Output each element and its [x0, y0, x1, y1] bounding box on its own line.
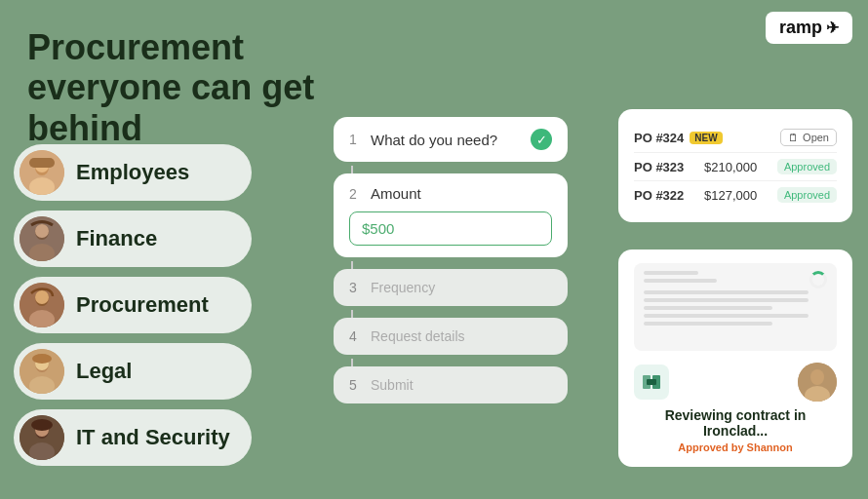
svg-point-27: [810, 369, 824, 385]
persona-procurement[interactable]: Procurement: [14, 277, 252, 333]
po-323-status: Approved: [777, 159, 837, 174]
doc-line-1: [644, 271, 698, 275]
persona-legal-label: Legal: [76, 359, 132, 384]
form-step-4: 4 Request details: [334, 318, 568, 355]
contract-approver-avatar: [798, 363, 837, 402]
persona-legal[interactable]: Legal: [14, 343, 252, 400]
po-324-status: 🗒 Open: [780, 129, 837, 146]
po-row-324[interactable]: PO #324 NEW 🗒 Open: [634, 123, 837, 153]
doc-line-4: [644, 298, 809, 302]
step-1-num: 1: [349, 132, 363, 147]
po-323-amount: $210,000: [704, 160, 757, 174]
svg-point-22: [31, 419, 53, 431]
po-322-id: PO #322: [634, 188, 684, 203]
doc-line-3: [644, 290, 809, 294]
po-322-status: Approved: [777, 187, 837, 203]
loading-spinner: [809, 271, 827, 288]
persona-finance[interactable]: Finance: [14, 211, 252, 267]
svg-rect-25: [647, 379, 656, 385]
form-panel: 1 What do you need? ✓ 2 Amount 3 Frequen…: [334, 117, 568, 407]
svg-point-12: [35, 290, 49, 304]
step-3-label: Frequency: [371, 280, 435, 295]
step-4-num: 4: [349, 328, 363, 344]
contract-panel: Reviewing contract in Ironclad... Approv…: [618, 250, 852, 467]
contract-bottom: [634, 363, 837, 402]
ramp-logo: ramp ✈: [766, 12, 852, 44]
svg-rect-4: [29, 158, 55, 168]
persona-employees-label: Employees: [76, 160, 189, 185]
step-3-num: 3: [349, 280, 363, 295]
amount-input[interactable]: [349, 211, 552, 246]
avatar-procurement: [20, 283, 64, 327]
contract-subtitle: Approved by Shannon: [634, 441, 837, 453]
divider-1-2: [351, 166, 353, 173]
step-2-num: 2: [349, 186, 363, 202]
avatar-finance: [20, 216, 64, 261]
step-1-label: What do you need?: [371, 132, 497, 148]
persona-it[interactable]: IT and Security: [14, 409, 252, 466]
logo-icon: ✈: [826, 19, 839, 37]
step-4-label: Request details: [371, 328, 465, 344]
avatar-legal: [20, 349, 64, 394]
doc-line-6: [644, 314, 809, 318]
contract-text-block: Reviewing contract in Ironclad... Approv…: [634, 407, 837, 453]
step-5-label: Submit: [371, 377, 414, 393]
contract-title: Reviewing contract in Ironclad...: [634, 407, 837, 439]
contract-approver: Shannon: [747, 441, 793, 453]
po-324-id: PO #324: [634, 131, 684, 145]
logo-text: ramp: [779, 18, 822, 38]
po-row-323[interactable]: PO #323 $210,000 Approved: [634, 153, 837, 181]
persona-employees[interactable]: Employees: [14, 144, 252, 201]
persona-finance-label: Finance: [76, 226, 157, 251]
po-panel: PO #324 NEW 🗒 Open PO #323 $210,000 Appr…: [618, 109, 852, 222]
avatar-employees: [20, 150, 64, 195]
svg-point-17: [32, 354, 52, 364]
avatar-it: [20, 415, 64, 460]
doc-line-5: [644, 306, 772, 310]
divider-3-4: [351, 310, 353, 318]
step-1-check: ✓: [531, 129, 552, 150]
form-step-5: 5 Submit: [334, 366, 568, 403]
svg-point-8: [35, 224, 49, 238]
form-step-2[interactable]: 2 Amount: [334, 173, 568, 257]
po-323-id: PO #323: [634, 160, 684, 174]
form-step-1[interactable]: 1 What do you need? ✓: [334, 117, 568, 162]
doc-icon: 🗒: [788, 132, 799, 143]
divider-2-3: [351, 261, 353, 269]
form-step-3: 3 Frequency: [334, 269, 568, 306]
headline: Procurement everyone can get behind: [27, 27, 339, 148]
po-row-322[interactable]: PO #322 $127,000 Approved: [634, 181, 837, 209]
step-2-label: Amount: [371, 185, 421, 202]
po-322-amount: $127,000: [704, 188, 757, 203]
step-5-num: 5: [349, 377, 363, 393]
persona-it-label: IT and Security: [76, 425, 230, 450]
divider-4-5: [351, 359, 353, 366]
contract-doc: [634, 263, 837, 351]
po-324-badge: NEW: [690, 132, 722, 144]
personas-list: Employees Finance Procurement: [14, 144, 252, 466]
ironclad-icon: [634, 365, 669, 400]
persona-procurement-label: Procurement: [76, 292, 209, 318]
doc-line-2: [644, 279, 717, 283]
doc-line-7: [644, 322, 772, 326]
